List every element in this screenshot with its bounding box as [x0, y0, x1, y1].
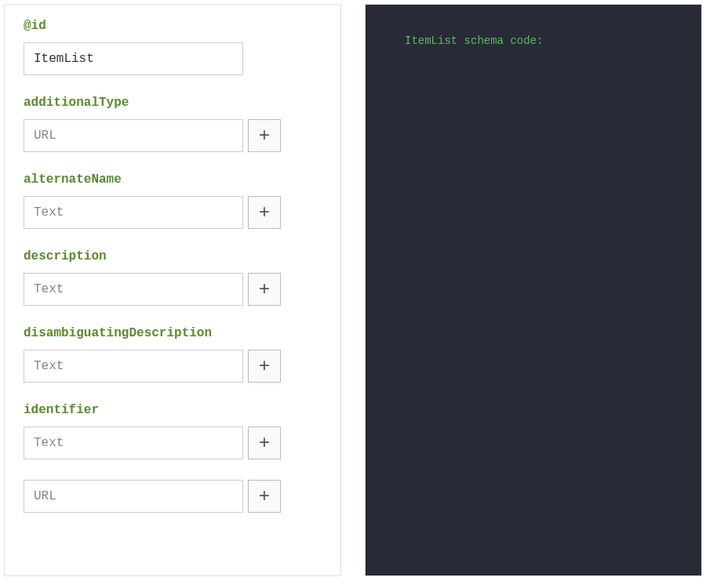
plus-icon: + [259, 356, 270, 377]
field-row-alternatename: + [24, 196, 322, 229]
field-row-additionaltype: + [24, 119, 322, 152]
disambiguatingdescription-input[interactable] [24, 350, 243, 383]
field-label-description: description [24, 249, 322, 263]
add-button-description[interactable]: + [248, 273, 281, 306]
id-input[interactable] [24, 42, 243, 75]
extra-input[interactable] [24, 480, 243, 513]
code-scroll-spacer [405, 47, 662, 576]
form-scroll-spacer [24, 533, 322, 576]
field-row-extra: + [24, 480, 322, 513]
field-label-id: @id [24, 19, 322, 33]
identifier-input[interactable] [24, 426, 243, 459]
field-label-identifier: identifier [24, 403, 322, 417]
field-group-description: description + [24, 249, 322, 306]
add-button-alternatename[interactable]: + [248, 196, 281, 229]
plus-icon: + [259, 486, 270, 507]
plus-icon: + [259, 125, 270, 147]
code-header-text: ItemList schema code: [405, 34, 662, 47]
code-area: ItemList schema code: [366, 5, 701, 576]
field-group-additionaltype: additionalType + [24, 96, 322, 152]
add-button-additionaltype[interactable]: + [248, 119, 281, 152]
field-group-extra: + [24, 480, 322, 513]
add-button-extra[interactable]: + [248, 480, 281, 513]
form-panel: @id additionalType + alternateName + des… [4, 4, 341, 576]
add-button-identifier[interactable]: + [248, 426, 281, 459]
alternatename-input[interactable] [24, 196, 243, 229]
add-button-disambiguatingdescription[interactable]: + [248, 350, 281, 383]
plus-icon: + [259, 279, 270, 300]
field-group-disambiguatingdescription: disambiguatingDescription + [24, 326, 322, 383]
plus-icon: + [259, 202, 270, 223]
field-group-alternatename: alternateName + [24, 172, 322, 229]
code-panel: ItemList schema code: [365, 4, 702, 576]
plus-icon: + [259, 433, 270, 454]
additionaltype-input[interactable] [24, 119, 243, 152]
description-input[interactable] [24, 273, 243, 306]
field-label-alternatename: alternateName [24, 172, 322, 187]
field-group-id: @id [24, 19, 322, 75]
field-label-disambiguatingdescription: disambiguatingDescription [24, 326, 322, 340]
field-label-additionaltype: additionalType [24, 96, 322, 110]
field-row-identifier: + [24, 426, 322, 459]
field-group-identifier: identifier + [24, 403, 322, 459]
field-row-description: + [24, 273, 322, 306]
field-row-id [24, 42, 322, 75]
field-row-disambiguatingdescription: + [24, 350, 322, 383]
